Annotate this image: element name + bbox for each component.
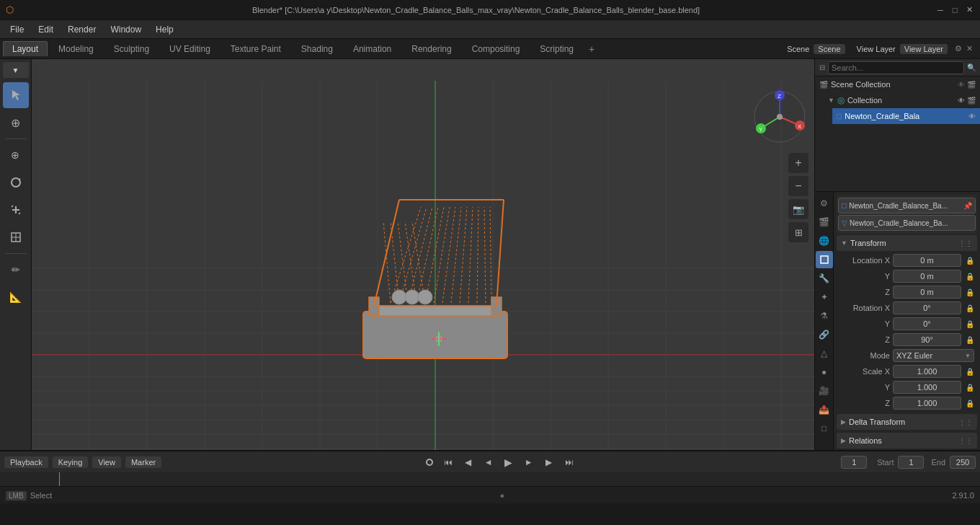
viewport[interactable]: Object Mode ▼ View Select Add Object ⊞ G… <box>32 59 814 450</box>
transform-label: Transform <box>850 239 886 247</box>
rotation-z-label: Z <box>839 335 890 344</box>
object-tab[interactable] <box>816 251 833 268</box>
zoom-out-button[interactable]: − <box>788 176 808 196</box>
tab-modeling[interactable]: Modeling <box>49 41 103 56</box>
location-z-lock-icon[interactable]: 🔒 <box>966 288 974 296</box>
add-workspace-button[interactable]: + <box>584 42 599 56</box>
next-keyframe-button[interactable]: ▶ <box>541 454 557 470</box>
scale-y-field[interactable]: 1.000 <box>893 381 961 394</box>
rotation-mode-selector[interactable]: XYZ Euler ▼ <box>893 349 974 362</box>
jump-start-button[interactable]: ⏮ <box>440 454 456 470</box>
end-frame-input[interactable] <box>950 456 976 469</box>
annotate-tool-button[interactable]: ✏ <box>3 257 29 283</box>
cursor-tool-button[interactable]: ⊕ <box>3 110 29 136</box>
grid-toggle-button[interactable]: ⊞ <box>788 222 808 242</box>
rotation-z-lock-icon[interactable]: 🔒 <box>966 336 974 344</box>
physics-tab[interactable]: ⚗ <box>816 307 833 325</box>
active-tool-tab[interactable]: ⚙ <box>816 195 833 212</box>
tab-scripting[interactable]: Scripting <box>530 41 583 56</box>
view-layer-selector[interactable]: View Layer <box>900 44 948 54</box>
outliner-scene-collection[interactable]: 🎬 Scene Collection 👁 🎬 <box>815 76 980 92</box>
play-button[interactable]: ▶ <box>501 454 517 470</box>
rotate-tool-button[interactable] <box>3 169 29 195</box>
delta-transform-header[interactable]: ▶ Delta Transform ⋮⋮ <box>837 414 977 430</box>
view-menu-timeline[interactable]: View <box>92 456 121 468</box>
tab-layout[interactable]: Layout <box>3 41 48 56</box>
mode-toggle[interactable]: ▼ <box>3 62 29 78</box>
tab-compositing[interactable]: Compositing <box>463 41 530 56</box>
render-tab[interactable]: 🎥 <box>816 382 833 400</box>
constraints-tab[interactable]: 🔗 <box>816 326 833 343</box>
rotation-x-lock-icon[interactable]: 🔒 <box>966 304 974 312</box>
maximize-button[interactable]: □ <box>950 5 960 15</box>
scale-z-lock-icon[interactable]: 🔒 <box>966 400 974 407</box>
zoom-in-button[interactable]: + <box>788 153 808 173</box>
particle-tab[interactable]: ✦ <box>816 288 833 306</box>
current-frame-input[interactable] <box>841 456 867 469</box>
location-z-field[interactable]: 0 m <box>893 286 961 299</box>
outliner-object-item[interactable]: □ Newton_Cradle_Bala 👁 <box>832 108 980 124</box>
tab-sculpting[interactable]: Sculpting <box>104 41 159 56</box>
jump-end-button[interactable]: ⏭ <box>561 454 577 470</box>
outliner-search-input[interactable] <box>828 61 964 74</box>
next-frame-button[interactable]: ► <box>521 454 537 470</box>
rotation-x-field[interactable]: 0° <box>893 301 961 314</box>
location-x-lock-icon[interactable]: 🔒 <box>966 257 974 265</box>
scale-y-row: Y 1.000 🔒 <box>837 379 977 395</box>
location-y-lock-icon[interactable]: 🔒 <box>966 273 974 281</box>
tab-animation[interactable]: Animation <box>344 41 401 56</box>
scale-y-lock-icon[interactable]: 🔒 <box>966 384 974 392</box>
viewport-canvas <box>32 59 814 450</box>
location-x-field[interactable]: 0 m <box>893 254 961 267</box>
minimize-button[interactable]: ─ <box>935 5 945 15</box>
tab-texture-paint[interactable]: Texture Paint <box>221 41 290 56</box>
workspace-close-icon[interactable]: ✕ <box>966 44 973 53</box>
menu-window[interactable]: Window <box>104 23 147 36</box>
move-tool-button[interactable]: ⊕ <box>3 142 29 168</box>
transform-tool-button[interactable] <box>3 224 29 250</box>
menu-edit[interactable]: Edit <box>32 23 59 36</box>
svg-rect-32 <box>370 306 500 316</box>
transform-header[interactable]: ▼ Transform ⋮⋮ <box>837 235 977 251</box>
scene-selector[interactable]: Scene <box>814 44 845 54</box>
object-name-field[interactable]: □ Newton_Cradle_Balance_Ba... 📌 <box>838 198 976 213</box>
outliner-collection[interactable]: ▼ ◎ Collection 👁 🎬 <box>824 92 980 108</box>
scale-tool-button[interactable] <box>3 197 29 223</box>
menu-help[interactable]: Help <box>150 23 179 36</box>
tab-uv-editing[interactable]: UV Editing <box>160 41 220 56</box>
object-data-tab[interactable]: △ <box>816 345 833 362</box>
select-tool-button[interactable] <box>3 82 29 108</box>
keying-menu[interactable]: Keying <box>53 456 89 468</box>
menu-render[interactable]: Render <box>62 23 102 36</box>
rotation-z-field[interactable]: 90° <box>893 333 961 346</box>
workspace-settings-icon[interactable]: ⚙ <box>955 44 962 53</box>
location-y-field[interactable]: 0 m <box>893 270 961 283</box>
scene-tab[interactable]: 🎬 <box>816 213 833 231</box>
tab-rendering[interactable]: Rendering <box>402 41 460 56</box>
playback-menu[interactable]: Playback <box>4 456 48 468</box>
tab-shading[interactable]: Shading <box>292 41 342 56</box>
start-frame-input[interactable] <box>898 456 924 469</box>
rotation-y-lock-icon[interactable]: 🔒 <box>966 320 974 328</box>
close-button[interactable]: ✕ <box>964 5 974 15</box>
timeline-area: Playback Keying View Marker ⏮ ◀ ◄ ▶ ► ▶ … <box>0 450 980 486</box>
data-name-field[interactable]: ▽ Newton_Cradle_Balance_Ba... <box>838 215 976 231</box>
scale-z-field[interactable]: 1.000 <box>893 397 961 410</box>
relations-header[interactable]: ▶ Relations ⋮⋮ <box>837 433 977 449</box>
output-tab[interactable]: 📤 <box>816 401 833 418</box>
scale-x-lock-icon[interactable]: 🔒 <box>966 368 974 376</box>
world-tab[interactable]: 🌐 <box>816 232 833 250</box>
prev-frame-button[interactable]: ◄ <box>481 454 496 470</box>
marker-menu[interactable]: Marker <box>125 456 161 468</box>
view-layer-props-tab[interactable]: □ <box>816 420 833 437</box>
camera-view-button[interactable]: 📷 <box>788 199 808 219</box>
scale-x-field[interactable]: 1.000 <box>893 365 961 378</box>
rotation-y-field[interactable]: 0° <box>893 317 961 330</box>
material-tab[interactable]: ● <box>816 363 833 381</box>
timeline-track-area[interactable] <box>0 472 980 486</box>
prev-keyframe-button[interactable]: ◀ <box>460 454 476 470</box>
menu-file[interactable]: File <box>4 23 30 36</box>
measure-tool-button[interactable]: 📐 <box>3 284 29 310</box>
modifier-tab[interactable]: 🔧 <box>816 270 833 287</box>
viewport-navigation-gizmo[interactable]: Z X Y <box>751 88 808 146</box>
